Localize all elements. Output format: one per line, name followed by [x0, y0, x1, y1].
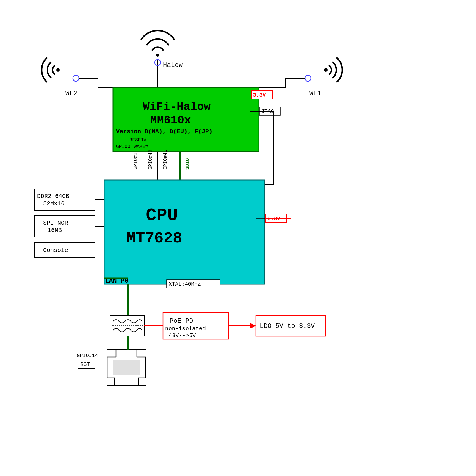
spinor-box: [34, 216, 95, 237]
xtal-label: XTAL:40MHz: [169, 281, 201, 287]
rj45-connector: [107, 350, 146, 385]
halow-label: HaLow: [163, 62, 183, 69]
svg-rect-33: [138, 378, 146, 385]
wf2-label: WF2: [65, 90, 77, 97]
poe-pd-label-1: PoE-PD: [170, 317, 193, 325]
gpio41-signal-label: GPIO#41: [163, 150, 168, 170]
spinor-label-1: SPI-NOR: [43, 220, 68, 226]
svg-point-6: [324, 68, 328, 72]
spinor-label-2: 16MB: [48, 227, 62, 234]
wifi-module-model: MM610x: [150, 114, 191, 127]
wifi-module-version: Version B(NA), D(EU), F(JP): [116, 128, 212, 135]
wf1-label: WF1: [309, 90, 321, 97]
gpio1-signal-label: GPIO#1: [133, 152, 138, 170]
gpio0-label: GPIO0: [116, 144, 130, 149]
svg-rect-27: [137, 350, 146, 357]
ldo-label: LDO 5V to 3.3V: [260, 322, 315, 330]
transformer-box: [110, 315, 144, 336]
svg-rect-30: [107, 378, 115, 385]
svg-rect-24: [107, 350, 116, 357]
gpio40-signal-label: GPIO#40: [148, 150, 153, 170]
svg-rect-36: [113, 360, 140, 375]
gpio14-label: GPIO#14: [77, 353, 98, 358]
sdio-signal-label: SDIO: [185, 158, 190, 170]
ddr2-box: [34, 189, 95, 210]
ddr2-label-2: 32Mx16: [43, 200, 65, 207]
rst-label: RST: [80, 361, 90, 367]
ddr2-label-1: DDR2 64GB: [37, 193, 69, 200]
wake-label: WAKE#: [134, 144, 148, 149]
poe-pd-label-2: non-isolated: [165, 325, 206, 332]
cpu-label: CPU: [146, 205, 178, 226]
poe-pd-label-3: 48V-->5V: [169, 332, 196, 339]
reset-label: RESET#: [129, 137, 147, 143]
cpu-model: MT7628: [126, 230, 182, 247]
wifi-module-name: WiFi-Halow: [143, 101, 211, 113]
svg-point-1: [156, 54, 159, 57]
console-label: Console: [43, 247, 68, 254]
diagram-container: HaLow WF2 WF1 3.3V: [0, 0, 476, 476]
wifi-voltage-label: 3.3V: [253, 92, 266, 98]
svg-point-4: [56, 68, 60, 72]
